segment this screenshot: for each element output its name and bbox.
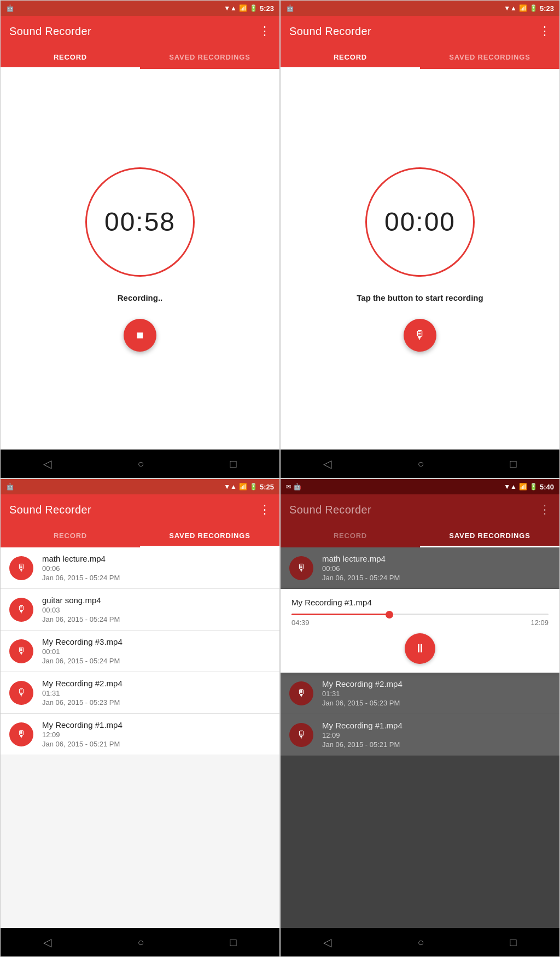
wifi-icon-2: ▼▲ bbox=[504, 4, 517, 12]
status-bar-3: 🤖 ▼▲ 📶 🔋 5:25 bbox=[1, 479, 279, 494]
mic-icon-4: 🎙 bbox=[16, 687, 26, 698]
recording-avatar-2: 🎙 bbox=[9, 598, 33, 622]
recording-name-5: My Recording #1.mp4 bbox=[42, 720, 122, 730]
list-item[interactable]: 🎙 My Recording #1.mp4 12:09 Jan 06, 2015… bbox=[1, 714, 279, 755]
back-button-2[interactable]: ◁ bbox=[323, 457, 331, 470]
recording-avatar-1: 🎙 bbox=[9, 556, 33, 580]
timer-display-1: 00:58 bbox=[104, 207, 176, 237]
progress-bar[interactable] bbox=[291, 614, 549, 615]
tabs-3: RECORD SAVED RECORDINGS bbox=[1, 525, 279, 547]
stop-button[interactable]: ■ bbox=[124, 319, 156, 352]
status-bar-4: ✉ 🤖 ▼▲ 📶 🔋 5:40 bbox=[281, 479, 559, 494]
status-bar-2: 🤖 ▼▲ 📶 🔋 5:23 bbox=[281, 1, 559, 16]
email-icon-4: ✉ bbox=[286, 483, 291, 491]
home-button-4[interactable]: ○ bbox=[417, 936, 424, 949]
recording-avatar-5: 🎙 bbox=[9, 722, 33, 746]
recording-name-4: My Recording #2.mp4 bbox=[42, 679, 122, 688]
progress-fill bbox=[291, 614, 389, 615]
tab-saved-4[interactable]: SAVED RECORDINGS bbox=[420, 525, 559, 546]
recording-info-5: My Recording #1.mp4 12:09 Jan 06, 2015 -… bbox=[42, 720, 122, 748]
recording-duration-1: 00:06 bbox=[42, 564, 120, 573]
tab-saved-2[interactable]: SAVED RECORDINGS bbox=[420, 46, 559, 68]
home-button-2[interactable]: ○ bbox=[417, 458, 424, 470]
time-3: 5:25 bbox=[260, 483, 274, 491]
list-item[interactable]: 🎙 math lecture.mp4 00:06 Jan 06, 2015 - … bbox=[1, 547, 279, 589]
signal-icon-2: 📶 bbox=[519, 4, 527, 12]
record-content-1: 00:58 Recording.. ■ bbox=[1, 69, 279, 450]
screen-saved: 🤖 ▼▲ 📶 🔋 5:25 Sound Recorder ⋮ RECORD SA… bbox=[0, 478, 280, 957]
recording-avatar-d2: 🎙 bbox=[289, 681, 313, 705]
app-bar-1: Sound Recorder ⋮ bbox=[1, 16, 279, 46]
app-title-4: Sound Recorder bbox=[289, 504, 371, 516]
recording-date-d3: Jan 06, 2015 - 05:21 PM bbox=[322, 740, 402, 749]
recording-date-5: Jan 06, 2015 - 05:21 PM bbox=[42, 740, 122, 748]
overflow-menu-3[interactable]: ⋮ bbox=[259, 503, 271, 517]
wifi-icon-1: ▼▲ bbox=[224, 4, 237, 12]
back-button-3[interactable]: ◁ bbox=[43, 936, 51, 949]
recording-duration-d1: 00:06 bbox=[322, 564, 400, 573]
time-2: 5:23 bbox=[540, 4, 554, 13]
list-item[interactable]: 🎙 My Recording #3.mp4 00:01 Jan 06, 2015… bbox=[1, 631, 279, 672]
app-title-2: Sound Recorder bbox=[289, 25, 371, 38]
screen-playing: ✉ 🤖 ▼▲ 📶 🔋 5:40 Sound Recorder ⋮ RECORD … bbox=[280, 478, 560, 957]
mic-button[interactable]: 🎙 bbox=[404, 319, 436, 352]
recording-info-4: My Recording #2.mp4 01:31 Jan 06, 2015 -… bbox=[42, 679, 122, 707]
recording-status-1: Recording.. bbox=[118, 293, 163, 302]
list-item[interactable]: 🎙 My Recording #2.mp4 01:31 Jan 06, 2015… bbox=[1, 672, 279, 714]
recording-date-4: Jan 06, 2015 - 05:23 PM bbox=[42, 698, 122, 707]
stop-icon: ■ bbox=[136, 328, 143, 342]
app-bar-4: Sound Recorder ⋮ bbox=[281, 494, 559, 525]
list-item[interactable]: 🎙 guitar song.mp4 00:03 Jan 06, 2015 - 0… bbox=[1, 589, 279, 631]
overflow-menu-1[interactable]: ⋮ bbox=[259, 24, 271, 38]
time-1: 5:23 bbox=[260, 4, 274, 13]
screen-idle: 🤖 ▼▲ 📶 🔋 5:23 Sound Recorder ⋮ RECORD SA… bbox=[280, 0, 560, 478]
battery-icon-1: 🔋 bbox=[249, 4, 258, 12]
player-progress[interactable]: 04:39 12:09 bbox=[291, 614, 549, 627]
list-item[interactable]: 🎙 My Recording #2.mp4 01:31 Jan 06, 2015… bbox=[281, 673, 559, 714]
timer-display-2: 00:00 bbox=[384, 207, 456, 237]
recording-info-d2: My Recording #2.mp4 01:31 Jan 06, 2015 -… bbox=[322, 679, 402, 707]
overflow-menu-2[interactable]: ⋮ bbox=[539, 24, 551, 38]
home-button-1[interactable]: ○ bbox=[137, 458, 144, 470]
pause-button[interactable]: ⏸ bbox=[405, 633, 435, 664]
recording-date-d2: Jan 06, 2015 - 05:23 PM bbox=[322, 699, 402, 707]
screen-recording: 🤖 ▼▲ 📶 🔋 5:23 Sound Recorder ⋮ RECORD SA… bbox=[0, 0, 280, 478]
signal-icon-3: 📶 bbox=[239, 483, 247, 491]
nav-bar-4: ◁ ○ □ bbox=[281, 928, 559, 956]
overflow-menu-4[interactable]: ⋮ bbox=[539, 503, 551, 517]
nav-bar-1: ◁ ○ □ bbox=[1, 450, 279, 478]
back-button-4[interactable]: ◁ bbox=[323, 936, 331, 949]
app-bar-3: Sound Recorder ⋮ bbox=[1, 494, 279, 525]
android-icon-3: 🤖 bbox=[6, 483, 14, 491]
current-time: 04:39 bbox=[291, 618, 310, 627]
mic-icon-btn: 🎙 bbox=[414, 328, 426, 342]
recents-button-3[interactable]: □ bbox=[230, 936, 236, 949]
nav-bar-3: ◁ ○ □ bbox=[1, 928, 279, 956]
tab-record-3[interactable]: RECORD bbox=[1, 525, 140, 546]
tab-record-2[interactable]: RECORD bbox=[281, 46, 420, 68]
recents-button-1[interactable]: □ bbox=[230, 458, 236, 470]
recents-button-4[interactable]: □ bbox=[510, 936, 516, 949]
list-item[interactable]: 🎙 My Recording #1.mp4 12:09 Jan 06, 2015… bbox=[281, 714, 559, 756]
tab-saved-1[interactable]: SAVED RECORDINGS bbox=[140, 46, 279, 68]
mic-icon-3: 🎙 bbox=[16, 645, 26, 657]
total-time: 12:09 bbox=[530, 618, 549, 627]
home-button-3[interactable]: ○ bbox=[137, 936, 144, 949]
tab-saved-3[interactable]: SAVED RECORDINGS bbox=[140, 525, 279, 546]
recording-date-d1: Jan 06, 2015 - 05:24 PM bbox=[322, 574, 400, 582]
tab-record-1[interactable]: RECORD bbox=[1, 46, 140, 68]
record-content-2: 00:00 Tap the button to start recording … bbox=[281, 69, 559, 450]
recording-duration-d3: 12:09 bbox=[322, 731, 402, 739]
mic-icon-d1: 🎙 bbox=[296, 562, 306, 574]
recording-duration-3: 00:01 bbox=[42, 647, 122, 656]
tab-record-4[interactable]: RECORD bbox=[281, 525, 420, 546]
recording-duration-4: 01:31 bbox=[42, 689, 122, 697]
list-item[interactable]: 🎙 math lecture.mp4 00:06 Jan 06, 2015 - … bbox=[281, 547, 559, 589]
recents-button-2[interactable]: □ bbox=[510, 458, 516, 470]
recording-name-2: guitar song.mp4 bbox=[42, 596, 120, 605]
recordings-list-3: 🎙 math lecture.mp4 00:06 Jan 06, 2015 - … bbox=[1, 547, 279, 928]
android-icon-4: 🤖 bbox=[293, 483, 301, 491]
back-button-1[interactable]: ◁ bbox=[43, 457, 51, 470]
player-times: 04:39 12:09 bbox=[291, 618, 549, 627]
recording-name-3: My Recording #3.mp4 bbox=[42, 637, 122, 646]
